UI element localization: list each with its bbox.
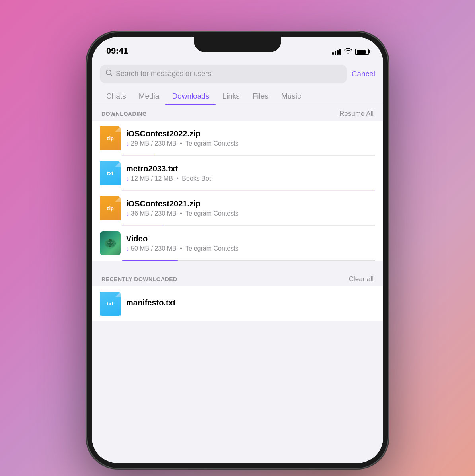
- file-icon-zip-1: zip: [100, 126, 121, 150]
- tab-chats[interactable]: Chats: [100, 88, 132, 105]
- file-meta-4: ↓ 50 MB / 230 MB • Telegram Contests: [126, 245, 375, 252]
- status-time: 09:41: [106, 46, 128, 56]
- file-info-manifesto: manifesto.txt: [126, 298, 375, 309]
- downloading-section-header: DOWNLOADING Resume All: [92, 105, 383, 121]
- svg-point-6: [106, 244, 109, 246]
- file-type-label: zip: [107, 135, 114, 141]
- table-row[interactable]: zip iOSContest2021.zip ↓ 36 MB / 230 MB …: [92, 191, 383, 226]
- file-separator-4: •: [178, 245, 184, 252]
- wifi-icon: [344, 48, 352, 56]
- file-info-3: iOSContest2021.zip ↓ 36 MB / 230 MB • Te…: [126, 199, 375, 217]
- recently-downloaded-list: txt manifesto.txt: [92, 286, 383, 321]
- status-icons: [332, 48, 369, 56]
- table-row[interactable]: Video ↓ 50 MB / 230 MB • Telegram Contes…: [92, 226, 383, 261]
- file-name-3: iOSContest2021.zip: [126, 199, 375, 208]
- file-icon-txt-manifesto: txt: [100, 292, 121, 316]
- battery-icon: [355, 49, 369, 55]
- file-name-manifesto: manifesto.txt: [126, 298, 375, 307]
- file-size-4: 50 MB / 230 MB: [131, 245, 177, 252]
- svg-point-12: [109, 242, 109, 243]
- recently-downloaded-header: RECENTLY DOWNLOADED Clear all: [92, 270, 383, 286]
- svg-point-5: [112, 241, 114, 243]
- signal-bar-3: [337, 50, 339, 55]
- recently-downloaded-label: RECENTLY DOWNLOADED: [101, 276, 177, 282]
- file-source-4: Telegram Contests: [185, 245, 238, 252]
- download-arrow-icon: ↓: [126, 210, 129, 217]
- file-icon-zip-2: zip: [100, 196, 121, 220]
- notch: [194, 37, 281, 52]
- file-size-1: 29 MB / 230 MB: [131, 140, 177, 147]
- battery-fill: [357, 50, 366, 54]
- download-arrow-icon: ↓: [126, 175, 129, 182]
- file-info-4: Video ↓ 50 MB / 230 MB • Telegram Contes…: [126, 234, 375, 252]
- tab-media[interactable]: Media: [132, 88, 166, 105]
- file-type-label: txt: [107, 301, 113, 307]
- download-arrow-icon: ↓: [126, 245, 129, 252]
- file-separator-2: •: [175, 175, 181, 182]
- file-icon-txt-1: txt: [100, 161, 121, 185]
- download-arrow-icon: ↓: [126, 140, 129, 147]
- file-info-1: iOSContest2022.zip ↓ 29 MB / 230 MB • Te…: [126, 129, 375, 147]
- file-type-label: txt: [107, 170, 113, 176]
- file-info-2: metro2033.txt ↓ 12 MB / 12 MB • Books Bo…: [126, 164, 375, 182]
- section-gap: [92, 261, 383, 270]
- clear-all-button[interactable]: Clear all: [349, 275, 374, 283]
- svg-point-8: [109, 239, 112, 241]
- signal-bar-1: [332, 52, 334, 55]
- file-size-2: 12 MB / 12 MB: [131, 175, 173, 182]
- resume-all-button[interactable]: Resume All: [339, 110, 374, 118]
- phone-screen: 09:41: [92, 37, 383, 463]
- file-type-label: zip: [107, 205, 114, 211]
- file-size-3: 36 MB / 230 MB: [131, 210, 177, 217]
- file-source-1: Telegram Contests: [185, 140, 238, 147]
- table-row[interactable]: txt metro2033.txt ↓ 12 MB / 12 MB • Book…: [92, 156, 383, 191]
- svg-point-13: [111, 242, 112, 243]
- signal-bar-2: [335, 51, 336, 55]
- file-name-2: metro2033.txt: [126, 164, 375, 173]
- file-source-3: Telegram Contests: [185, 210, 238, 217]
- file-separator-3: •: [178, 210, 184, 217]
- progress-bar-4: [122, 260, 178, 261]
- file-meta-1: ↓ 29 MB / 230 MB • Telegram Contests: [126, 140, 375, 147]
- file-meta-3: ↓ 36 MB / 230 MB • Telegram Contests: [126, 210, 375, 217]
- progress-bar-container-4: [122, 260, 375, 261]
- signal-icon: [332, 49, 341, 55]
- signal-bar-4: [339, 49, 341, 55]
- svg-point-7: [112, 244, 114, 246]
- svg-point-0: [106, 70, 111, 75]
- main-content: Search for messages or users Cancel Chat…: [92, 59, 383, 463]
- video-thumbnail: [100, 231, 121, 255]
- file-name-4: Video: [126, 234, 375, 243]
- file-source-2: Books Bot: [182, 175, 211, 182]
- svg-point-4: [106, 241, 109, 243]
- tab-downloads[interactable]: Downloads: [165, 88, 216, 105]
- search-placeholder: Search for messages or users: [116, 70, 211, 78]
- search-icon: [105, 69, 113, 78]
- table-row[interactable]: zip iOSContest2022.zip ↓ 29 MB / 230 MB …: [92, 121, 383, 156]
- search-input-container[interactable]: Search for messages or users: [100, 65, 347, 83]
- downloading-file-list: zip iOSContest2022.zip ↓ 29 MB / 230 MB …: [92, 121, 383, 261]
- table-row[interactable]: txt manifesto.txt: [92, 286, 383, 321]
- cancel-button[interactable]: Cancel: [352, 70, 375, 78]
- svg-point-9: [109, 246, 111, 247]
- tab-music[interactable]: Music: [275, 88, 308, 105]
- search-bar-area: Search for messages or users Cancel: [92, 59, 383, 88]
- tabs-container: Chats Media Downloads Links Files Music: [92, 88, 383, 105]
- file-meta-2: ↓ 12 MB / 12 MB • Books Bot: [126, 175, 375, 182]
- downloading-label: DOWNLOADING: [101, 111, 147, 117]
- tab-files[interactable]: Files: [246, 88, 275, 105]
- file-name-1: iOSContest2022.zip: [126, 129, 375, 138]
- file-separator-1: •: [178, 140, 184, 147]
- tab-links[interactable]: Links: [216, 88, 246, 105]
